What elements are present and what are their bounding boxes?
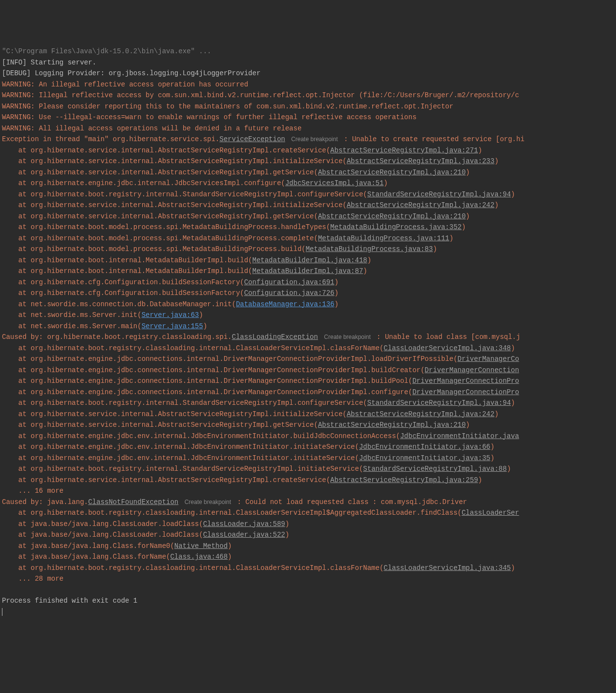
source-link[interactable]: MetadataBuilderImpl.java:87	[252, 267, 363, 275]
source-link[interactable]: JdbcEnvironmentInitiator.java:35	[359, 454, 490, 462]
console-text: at org.hibernate.boot.registry.classload…	[2, 509, 462, 517]
source-link[interactable]: AbstractServiceRegistryImpl.java:210	[318, 212, 466, 220]
console-text: at org.hibernate.engine.jdbc.internal.Jd…	[2, 179, 285, 187]
source-link[interactable]: DriverManagerCo	[458, 355, 519, 363]
source-link[interactable]: ClassLoaderServiceImpl.java:348	[383, 344, 510, 352]
source-link[interactable]: AbstractServiceRegistryImpl.java:210	[318, 421, 466, 429]
console-text: at org.hibernate.engine.jdbc.env.interna…	[2, 443, 359, 451]
source-link[interactable]: AbstractServiceRegistryImpl.java:271	[330, 147, 478, 154]
source-link[interactable]: AbstractServiceRegistryImpl.java:242	[347, 201, 494, 209]
console-line: at org.hibernate.service.internal.Abstra…	[2, 156, 614, 167]
console-line: at org.hibernate.boot.internal.MetadataB…	[2, 255, 614, 266]
source-link[interactable]: MetadataBuildingProcess.java:111	[318, 234, 449, 242]
console-text: Caused by: java.lang.	[2, 498, 88, 506]
console-text: )	[199, 311, 203, 319]
console-line: at java.base/java.lang.Class.forName0(Na…	[2, 541, 614, 552]
source-link[interactable]: MetadataBuildingProcess.java:83	[306, 245, 433, 253]
console-text: )	[478, 476, 482, 484]
source-link[interactable]: ServiceException	[219, 135, 285, 143]
console-text: )	[478, 147, 482, 154]
console-line: ... 28 more	[2, 573, 614, 585]
source-link[interactable]: AbstractServiceRegistryImpl.java:259	[330, 476, 478, 484]
source-link[interactable]: AbstractServiceRegistryImpl.java:210	[318, 168, 466, 176]
console-text: WARNING: Please consider reporting this …	[2, 103, 453, 110]
source-link[interactable]: ClassLoader.java:522	[203, 531, 285, 539]
console-text	[178, 498, 182, 506]
console-text: at org.hibernate.service.internal.Abstra…	[2, 168, 318, 176]
console-text: at org.hibernate.boot.model.process.spi.…	[2, 245, 306, 253]
console-text: at java.base/java.lang.Class.forName0(	[2, 542, 174, 550]
source-link[interactable]: Server.java:155	[142, 322, 203, 330]
console-line: Process finished with exit code 1	[2, 595, 614, 607]
console-line: at org.hibernate.boot.registry.internal.…	[2, 398, 614, 409]
text-cursor	[2, 608, 2, 616]
console-text: ... 28 more	[2, 575, 64, 583]
console-line: at java.base/java.lang.ClassLoader.loadC…	[2, 529, 614, 541]
console-text: at org.hibernate.boot.registry.internal.…	[2, 190, 367, 198]
source-link[interactable]: ClassLoader.java:589	[203, 520, 285, 528]
console-text: )	[466, 212, 469, 220]
source-link[interactable]: AbstractServiceRegistryImpl.java:242	[347, 410, 494, 418]
console-text: at org.hibernate.engine.jdbc.connections…	[2, 377, 412, 385]
source-link[interactable]: DriverManagerConnectionPro	[412, 377, 519, 385]
console-line: at org.hibernate.cfg.Configuration.build…	[2, 288, 614, 299]
source-link[interactable]: ClassNotFoundException	[88, 498, 178, 506]
create-breakpoint-button[interactable]: Create breakpoint	[322, 333, 372, 341]
console-line: at java.base/java.lang.Class.forName(Cla…	[2, 551, 614, 563]
console-line: at org.hibernate.boot.internal.MetadataB…	[2, 266, 614, 277]
console-line: at org.hibernate.service.internal.Abstra…	[2, 145, 614, 156]
source-link[interactable]: ClassLoaderSer	[462, 509, 519, 517]
console-line: at org.hibernate.boot.registry.classload…	[2, 563, 614, 574]
source-link[interactable]: JdbcEnvironmentInitiator.java	[400, 432, 519, 440]
console-text: at org.hibernate.service.internal.Abstra…	[2, 421, 318, 429]
source-link[interactable]: Native Method	[174, 542, 228, 550]
source-link[interactable]: ClassLoaderServiceImpl.java:345	[383, 564, 510, 572]
console-line: at org.hibernate.service.internal.Abstra…	[2, 167, 614, 178]
console-line: at org.hibernate.engine.jdbc.env.interna…	[2, 441, 614, 453]
console-line: at org.hibernate.boot.registry.classload…	[2, 507, 614, 519]
source-link[interactable]: JdbcServicesImpl.java:51	[285, 179, 384, 187]
source-link[interactable]: StandardServiceRegistryImpl.java:94	[367, 399, 511, 407]
source-link[interactable]: Configuration.java:726	[244, 289, 335, 297]
console-text: at org.hibernate.service.internal.Abstra…	[2, 157, 347, 165]
console-line: at org.hibernate.engine.jdbc.env.interna…	[2, 453, 614, 464]
source-link[interactable]: StandardServiceRegistryImpl.java:94	[367, 190, 511, 198]
source-link[interactable]: DriverManagerConnectionPro	[412, 388, 519, 396]
create-breakpoint-button[interactable]: Create breakpoint	[289, 135, 340, 143]
console-text: at org.hibernate.cfg.Configuration.build…	[2, 289, 244, 297]
source-link[interactable]: MetadataBuilderImpl.java:418	[252, 256, 367, 264]
source-link[interactable]: Class.java:468	[170, 553, 228, 561]
console-line: at net.swordie.ms.Server.init(Server.jav…	[2, 310, 614, 321]
source-link[interactable]: ClassLoadingException	[232, 333, 318, 341]
console-text: at org.hibernate.cfg.Configuration.build…	[2, 278, 244, 286]
console-text: at org.hibernate.boot.internal.MetadataB…	[2, 267, 252, 275]
console-text: )	[433, 245, 437, 253]
console-text: at org.hibernate.engine.jdbc.connections…	[2, 366, 425, 374]
console-text: : Unable to create requested service [or…	[340, 135, 525, 143]
console-text: )	[507, 465, 510, 473]
console-line: at org.hibernate.service.internal.Abstra…	[2, 211, 614, 222]
source-link[interactable]: MetadataBuildingProcess.java:352	[330, 223, 462, 231]
source-link[interactable]: AbstractServiceRegistryImpl.java:233	[347, 157, 494, 165]
console-text: [INFO] Starting server.	[2, 59, 96, 66]
console-text: at org.hibernate.engine.jdbc.env.interna…	[2, 432, 400, 440]
source-link[interactable]: JdbcEnvironmentInitiator.java:66	[359, 443, 490, 451]
console-line: at org.hibernate.boot.model.process.spi.…	[2, 222, 614, 233]
console-line: at net.swordie.ms.Server.main(Server.jav…	[2, 321, 614, 332]
create-breakpoint-button[interactable]: Create breakpoint	[183, 498, 233, 506]
console-text: at org.hibernate.service.internal.Abstra…	[2, 212, 318, 220]
source-link[interactable]: Configuration.java:691	[244, 278, 335, 286]
source-link[interactable]: DatabaseManager.java:136	[236, 300, 335, 308]
source-link[interactable]: DriverManagerConnection	[425, 366, 519, 374]
console-text: at org.hibernate.boot.registry.internal.…	[2, 465, 363, 473]
console-text: )	[462, 223, 466, 231]
console-line: at org.hibernate.cfg.Configuration.build…	[2, 277, 614, 288]
console-text: Process finished with exit code 1	[2, 597, 137, 605]
console-text: )	[228, 542, 232, 550]
console-text: )	[466, 421, 469, 429]
console-line: at org.hibernate.boot.registry.classload…	[2, 343, 614, 354]
source-link[interactable]: Server.java:63	[142, 311, 199, 319]
source-link[interactable]: StandardServiceRegistryImpl.java:88	[363, 465, 507, 473]
console-text: WARNING: An illegal reflective access op…	[2, 81, 248, 88]
console-output[interactable]: "C:\Program Files\Java\jdk-15.0.2\bin\ja…	[2, 46, 614, 617]
